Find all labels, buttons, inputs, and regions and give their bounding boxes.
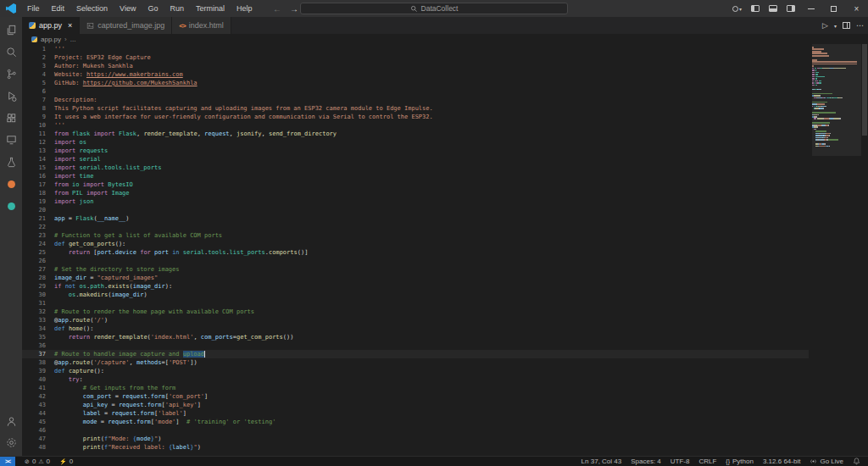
menu-terminal[interactable]: Terminal: [190, 0, 231, 17]
code-line-39[interactable]: 39def capture():: [22, 367, 809, 375]
split-editor-icon[interactable]: [843, 22, 850, 29]
ports-indicator[interactable]: ⚡ 0: [59, 458, 73, 465]
code-line-26[interactable]: 26: [22, 257, 809, 265]
maximize-button[interactable]: [822, 0, 845, 17]
extensions-icon[interactable]: [4, 111, 18, 125]
eol-indicator[interactable]: CRLF: [698, 458, 716, 465]
remote-indicator[interactable]: ><: [0, 457, 15, 466]
code-line-43[interactable]: 43 api_key = request.form['api_key']: [22, 401, 809, 409]
language-mode[interactable]: {} Python: [726, 458, 754, 465]
testing-beaker-icon[interactable]: [4, 155, 18, 169]
breadcrumb-file[interactable]: app.py: [41, 36, 61, 43]
more-actions-icon[interactable]: ⋯: [856, 21, 864, 30]
code-line-38[interactable]: 38@app.route('/capture', methods=['POST'…: [22, 358, 809, 367]
code-line-28[interactable]: 28image_dir = "captured_images": [22, 274, 809, 282]
scrollbar-thumb[interactable]: [862, 44, 867, 136]
code-line-3[interactable]: 3Author: Mukesh Sankhla: [22, 62, 809, 70]
code-line-44[interactable]: 44 label = request.form['label']: [22, 409, 809, 418]
explorer-icon[interactable]: [4, 23, 18, 36]
menu-go[interactable]: Go: [142, 0, 164, 17]
tab-app-py[interactable]: app.py ×: [22, 17, 80, 34]
menu-selection[interactable]: Selection: [70, 0, 114, 17]
code-line-36[interactable]: 36: [22, 341, 809, 350]
close-button[interactable]: ×: [845, 0, 868, 17]
encoding[interactable]: UTF-8: [670, 458, 690, 465]
code-line-30[interactable]: 30 os.makedirs(image_dir): [22, 291, 809, 299]
problems-indicator[interactable]: ⊘ 0 ⚠ 0: [25, 458, 50, 465]
python-interpreter[interactable]: 3.12.6 64-bit: [763, 458, 800, 465]
code-line-11[interactable]: 11from flask import Flask, render_templa…: [22, 130, 809, 138]
toggle-secondary-sidebar-icon[interactable]: [782, 0, 799, 17]
code-line-35[interactable]: 35 return render_template('index.html', …: [22, 333, 809, 341]
code-line-17[interactable]: 17from io import BytesIO: [22, 180, 809, 189]
tab-index-html[interactable]: <> index.html: [172, 17, 231, 34]
toggle-sidebar-icon[interactable]: [746, 0, 764, 17]
cursor-position[interactable]: Ln 37, Col 43: [581, 458, 622, 465]
code-line-2[interactable]: 2Project: ESP32 Edge Capture: [22, 53, 809, 62]
code-line-41[interactable]: 41 # Get inputs from the form: [22, 384, 809, 392]
code-line-5[interactable]: 5GitHub: https://github.com/MukeshSankhl…: [22, 79, 809, 87]
code-line-27[interactable]: 27# Set the directory to store images: [22, 265, 809, 274]
code-line-10[interactable]: 10''': [22, 121, 809, 130]
code-line-16[interactable]: 16import time: [22, 172, 809, 180]
code-line-40[interactable]: 40 try:: [22, 375, 809, 384]
editor-scrollbar[interactable]: [861, 44, 868, 456]
run-debug-icon[interactable]: [4, 89, 18, 103]
go-live-button[interactable]: Go Live: [810, 458, 843, 465]
code-line-9[interactable]: 9It uses a web interface for user-friend…: [22, 113, 809, 121]
code-line-20[interactable]: 20: [22, 206, 809, 214]
code-line-48[interactable]: 48 print(f"Received label: {label}"): [22, 443, 809, 452]
code-line-8[interactable]: 8This Python script facilitates capturin…: [22, 104, 809, 113]
editor[interactable]: 1'''2Project: ESP32 Edge Capture3Author:…: [22, 44, 868, 456]
minimize-button[interactable]: [799, 0, 822, 17]
settings-gear-icon[interactable]: [4, 435, 18, 449]
code-line-42[interactable]: 42 com_port = request.form['com_port']: [22, 392, 809, 401]
code-line-6[interactable]: 6: [22, 87, 809, 96]
code-line-31[interactable]: 31: [22, 299, 809, 308]
code-line-13[interactable]: 13import requests: [22, 147, 809, 155]
code-line-45[interactable]: 45 mode = request.form['mode'] # 'traini…: [22, 418, 809, 426]
code-line-19[interactable]: 19import json: [22, 197, 809, 206]
code-line-32[interactable]: 32# Route to render the home page with a…: [22, 308, 809, 316]
code-line-47[interactable]: 47 print(f"Mode: {mode}"): [22, 435, 809, 443]
code-line-4[interactable]: 4Website: https://www.makerbrains.com: [22, 70, 809, 79]
code-line-14[interactable]: 14import serial: [22, 155, 809, 164]
code-line-12[interactable]: 12import os: [22, 138, 809, 147]
toggle-panel-icon[interactable]: [764, 0, 782, 17]
docker-icon[interactable]: [4, 199, 18, 213]
source-control-icon[interactable]: [4, 67, 18, 80]
menu-view[interactable]: View: [114, 0, 142, 17]
jupyter-icon[interactable]: [4, 177, 18, 191]
run-python-file-button[interactable]: ▷: [822, 21, 828, 30]
code-line-18[interactable]: 18from PIL import Image: [22, 189, 809, 197]
run-dropdown-icon[interactable]: ▾: [834, 23, 837, 29]
tab-captured-image-jpg[interactable]: captured_image.jpg: [80, 17, 172, 34]
code-line-24[interactable]: 24def get_com_ports():: [22, 240, 809, 248]
back-icon[interactable]: ←: [273, 4, 281, 14]
code-line-15[interactable]: 15import serial.tools.list_ports: [22, 164, 809, 172]
menu-help[interactable]: Help: [231, 0, 259, 17]
close-tab-icon[interactable]: ×: [68, 21, 72, 30]
code-line-29[interactable]: 29if not os.path.exists(image_dir):: [22, 282, 809, 291]
account-icon[interactable]: [4, 414, 18, 428]
code-line-34[interactable]: 34def home():: [22, 325, 809, 333]
code-line-22[interactable]: 22: [22, 223, 809, 231]
breadcrumb-more[interactable]: ...: [70, 36, 76, 43]
notifications-bell[interactable]: [853, 458, 860, 465]
code-line-23[interactable]: 23# Function to get a list of available …: [22, 231, 809, 240]
menu-edit[interactable]: Edit: [46, 0, 71, 17]
code-line-33[interactable]: 33@app.route('/'): [22, 316, 809, 325]
code-line-46[interactable]: 46: [22, 426, 809, 435]
code-line-21[interactable]: 21app = Flask(__name__): [22, 214, 809, 223]
search-icon[interactable]: [4, 45, 18, 58]
code-line-1[interactable]: 1''': [22, 45, 809, 53]
code-line-25[interactable]: 25 return [port.device for port in seria…: [22, 248, 809, 257]
remote-explorer-icon[interactable]: [4, 133, 18, 147]
copilot-icon[interactable]: ▾: [728, 0, 746, 17]
indentation[interactable]: Spaces: 4: [631, 458, 661, 465]
menu-run[interactable]: Run: [164, 0, 190, 17]
menu-file[interactable]: File: [21, 0, 46, 17]
minimap[interactable]: [812, 44, 861, 456]
command-center[interactable]: DataCollect: [300, 3, 568, 14]
code-line-7[interactable]: 7Description:: [22, 96, 809, 104]
